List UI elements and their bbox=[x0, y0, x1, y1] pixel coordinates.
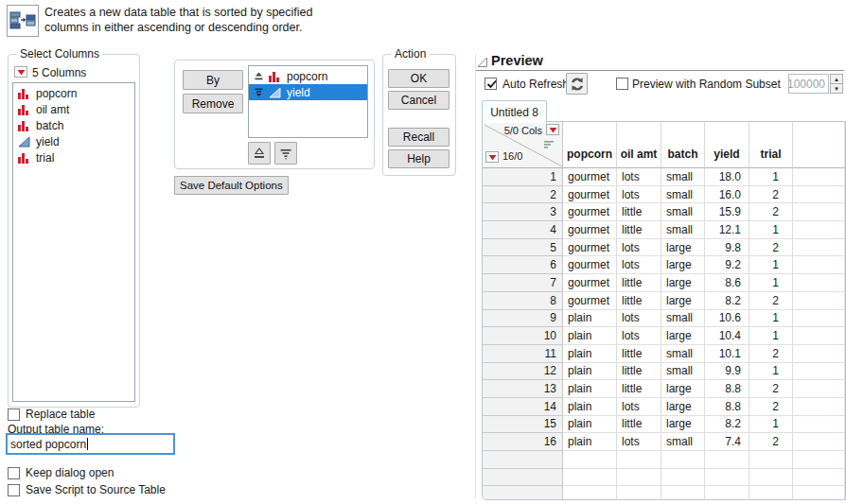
data-cell: 9.8 bbox=[705, 239, 749, 257]
row-number-cell[interactable] bbox=[483, 486, 563, 500]
empty-table-row[interactable] bbox=[483, 469, 845, 487]
data-cell bbox=[793, 433, 845, 451]
row-number-cell[interactable] bbox=[483, 469, 563, 487]
help-button[interactable]: Help bbox=[388, 149, 449, 168]
table-row[interactable]: 15plainlittlelarge8.21 bbox=[483, 416, 845, 434]
data-cell: lots bbox=[617, 239, 661, 257]
table-row[interactable]: 13plainlittlelarge8.82 bbox=[483, 380, 845, 398]
random-subset-input[interactable]: 100000 bbox=[788, 74, 829, 94]
replace-table-checkbox[interactable] bbox=[8, 408, 20, 421]
row-number-cell[interactable]: 13 bbox=[483, 380, 563, 398]
data-cell bbox=[617, 469, 661, 487]
data-cell: plain bbox=[563, 363, 617, 381]
row-number-cell[interactable]: 8 bbox=[483, 292, 563, 310]
output-table-name-input[interactable]: sorted popcorn bbox=[6, 433, 175, 455]
row-number-cell[interactable]: 4 bbox=[483, 221, 563, 239]
rows-panel-menu-button[interactable] bbox=[485, 151, 499, 163]
continuous-column-icon bbox=[269, 87, 282, 98]
recall-button[interactable]: Recall bbox=[388, 128, 449, 147]
random-subset-checkbox[interactable] bbox=[616, 78, 628, 90]
select-columns-list[interactable]: popcornoil amtbatchyieldtrial bbox=[12, 82, 135, 402]
columns-menu-button[interactable] bbox=[14, 66, 27, 78]
preview-splitter[interactable] bbox=[475, 54, 476, 498]
column-item-popcorn[interactable]: popcorn bbox=[13, 85, 134, 101]
sort-ascending-button[interactable] bbox=[248, 142, 271, 165]
row-number-cell[interactable] bbox=[483, 451, 563, 469]
table-row[interactable]: 11plainlittlesmall10.12 bbox=[483, 345, 845, 363]
table-row[interactable]: 5gourmetlotslarge9.82 bbox=[483, 239, 845, 257]
by-item-popcorn[interactable]: popcorn bbox=[249, 68, 367, 84]
cancel-button[interactable]: Cancel bbox=[388, 91, 449, 110]
data-cell bbox=[793, 327, 845, 345]
data-cell: 10.1 bbox=[705, 345, 749, 363]
sort-tables-icon bbox=[7, 5, 39, 37]
table-row[interactable]: 14plainlotslarge8.82 bbox=[483, 398, 845, 416]
by-item-yield[interactable]: yield bbox=[249, 84, 367, 100]
columns-count-label: 5 Columns bbox=[32, 66, 86, 79]
by-columns-list[interactable]: popcornyield bbox=[248, 65, 368, 138]
data-cell: 1 bbox=[749, 327, 793, 345]
row-number-cell[interactable]: 1 bbox=[483, 168, 563, 186]
text-caret bbox=[87, 438, 88, 450]
table-row[interactable]: 9plainlotssmall10.61 bbox=[483, 310, 845, 328]
row-number-cell[interactable]: 5 bbox=[483, 239, 563, 257]
column-header-popcorn[interactable]: popcorn bbox=[563, 122, 617, 168]
ok-button[interactable]: OK bbox=[388, 69, 449, 88]
row-number-cell[interactable]: 12 bbox=[483, 363, 563, 381]
row-number-cell[interactable]: 6 bbox=[483, 256, 563, 274]
row-number-cell[interactable]: 2 bbox=[483, 186, 563, 204]
table-row[interactable]: 7gourmetlittlelarge8.61 bbox=[483, 274, 845, 292]
auto-refresh-checkbox[interactable] bbox=[485, 78, 497, 90]
row-number-cell[interactable]: 15 bbox=[483, 416, 563, 434]
data-cell bbox=[661, 469, 705, 487]
data-cell: lots bbox=[617, 256, 661, 274]
row-number-cell[interactable]: 11 bbox=[483, 345, 563, 363]
subset-spinner-down[interactable]: ▼ bbox=[830, 83, 843, 94]
table-row[interactable]: 2gourmetlotssmall16.02 bbox=[483, 186, 845, 204]
table-row[interactable]: 4gourmetlittlesmall12.11 bbox=[483, 221, 845, 239]
data-cell: gourmet bbox=[563, 203, 617, 221]
columns-panel-menu-button[interactable] bbox=[546, 124, 559, 135]
refresh-button[interactable] bbox=[566, 73, 588, 95]
keep-dialog-open-checkbox[interactable] bbox=[8, 467, 20, 479]
column-header-batch[interactable]: batch bbox=[661, 122, 705, 168]
row-number-cell[interactable]: 16 bbox=[483, 433, 563, 451]
row-number-cell[interactable]: 3 bbox=[483, 203, 563, 221]
row-number-cell[interactable]: 14 bbox=[483, 398, 563, 416]
data-cell: small bbox=[661, 363, 705, 381]
data-cell: 2 bbox=[749, 345, 793, 363]
column-header-oil-amt[interactable]: oil amt bbox=[617, 122, 661, 168]
column-item-trial[interactable]: trial bbox=[13, 149, 134, 165]
table-row[interactable]: 8gourmetlittlelarge8.22 bbox=[483, 292, 845, 310]
by-button[interactable]: By bbox=[183, 70, 243, 90]
table-row[interactable]: 3gourmetlittlesmall15.92 bbox=[483, 203, 845, 221]
data-cell: little bbox=[617, 292, 661, 310]
table-row[interactable]: 6gourmetlotslarge9.21 bbox=[483, 256, 845, 274]
row-number-cell[interactable]: 7 bbox=[483, 274, 563, 292]
column-item-oil-amt[interactable]: oil amt bbox=[13, 101, 134, 117]
data-cell: 8.8 bbox=[705, 380, 749, 398]
remove-button[interactable]: Remove bbox=[183, 94, 243, 113]
data-cell bbox=[749, 469, 793, 487]
table-row[interactable]: 12plainlittlesmall9.91 bbox=[483, 363, 845, 381]
empty-table-row[interactable] bbox=[483, 486, 845, 500]
save-script-checkbox[interactable] bbox=[8, 484, 20, 496]
row-number-cell[interactable]: 10 bbox=[483, 327, 563, 345]
tab-untitled-8[interactable]: Untitled 8 bbox=[482, 100, 547, 123]
data-cell: plain bbox=[563, 327, 617, 345]
data-cell: lots bbox=[617, 327, 661, 345]
column-item-yield[interactable]: yield bbox=[13, 133, 134, 149]
empty-table-row[interactable] bbox=[483, 451, 845, 469]
save-default-options-button[interactable]: Save Default Options bbox=[174, 176, 289, 195]
column-header-yield[interactable]: yield bbox=[705, 122, 749, 168]
data-cell bbox=[617, 486, 661, 500]
data-cell: large bbox=[661, 292, 705, 310]
table-row[interactable]: 16plainlotssmall7.42 bbox=[483, 433, 845, 451]
sort-descending-button[interactable] bbox=[274, 142, 297, 165]
table-row[interactable]: 10plainlotslarge10.41 bbox=[483, 327, 845, 345]
column-header-trial[interactable]: trial bbox=[749, 122, 793, 168]
column-item-batch[interactable]: batch bbox=[13, 117, 134, 133]
table-row[interactable]: 1gourmetlotssmall18.01 bbox=[483, 168, 845, 186]
preview-disclosure-icon[interactable] bbox=[477, 57, 488, 71]
row-number-cell[interactable]: 9 bbox=[483, 310, 563, 328]
